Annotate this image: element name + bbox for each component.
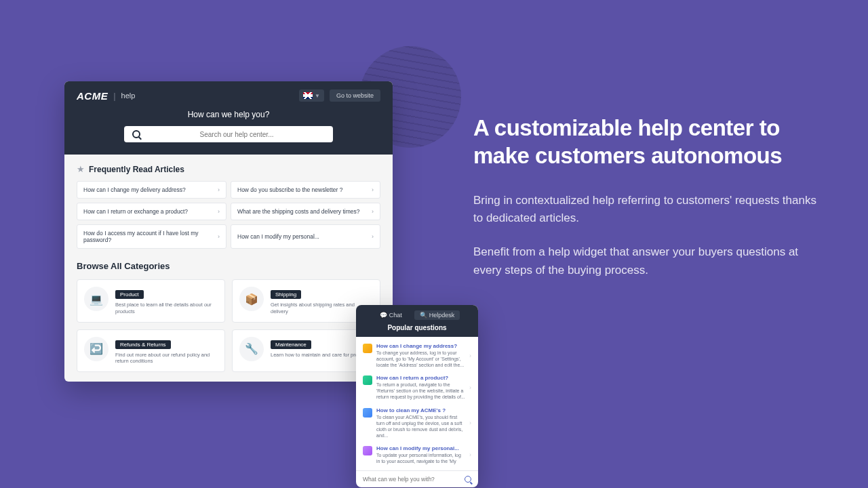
avatar — [363, 446, 372, 455]
faq-item[interactable]: How can I change my address?To change yo… — [356, 340, 478, 371]
article-link[interactable]: How can I change my delivery address?› — [77, 181, 226, 199]
helpcenter-window: ACME | help ▼ Go to website How can we h… — [64, 81, 393, 382]
brand-divider: | — [113, 91, 115, 101]
browse-categories-heading: Browse All Categories — [77, 261, 380, 271]
headline: A customizable help center to make custo… — [473, 114, 827, 170]
article-title: How do I access my account if I have los… — [83, 230, 218, 243]
go-to-website-button[interactable]: Go to website — [330, 89, 380, 102]
faq-answer: To clean your ACME's, you should first t… — [376, 414, 465, 439]
helpdesk-tab[interactable]: 🔍Helpdesk — [414, 310, 460, 320]
article-title: How can I change my delivery address? — [83, 186, 186, 193]
faq-question: How can I modify my personal... — [376, 445, 465, 451]
brand: ACME | help — [77, 90, 135, 102]
category-tag: Shipping — [271, 290, 301, 299]
widget-header: 💬Chat 🔍Helpdesk Popular questions — [356, 305, 478, 337]
help-widget: 💬Chat 🔍Helpdesk Popular questions How ca… — [356, 305, 478, 487]
widget-list: How can I change my address?To change yo… — [356, 337, 478, 470]
chevron-right-icon: › — [469, 384, 471, 391]
tab-label: Helpdesk — [429, 312, 455, 319]
faq-answer: To return a product, navigate to the 'Re… — [376, 382, 465, 400]
chat-icon: 💬 — [380, 312, 387, 319]
search-icon: 🔍 — [420, 312, 427, 319]
marketing-copy: A customizable help center to make custo… — [473, 114, 827, 296]
language-selector[interactable]: ▼ — [299, 89, 324, 102]
return-icon: ↩️ — [84, 337, 108, 361]
logo: ACME — [77, 90, 108, 102]
chevron-right-icon: › — [372, 186, 374, 193]
avatar — [363, 344, 372, 353]
widget-title: Popular questions — [363, 324, 471, 331]
paragraph: Benefit from a help widget that answer y… — [473, 243, 827, 279]
chevron-right-icon: › — [218, 208, 220, 215]
chevron-right-icon: › — [218, 233, 220, 240]
article-link[interactable]: How can I return or exchange a product?› — [77, 203, 226, 220]
help-label: help — [121, 92, 136, 100]
faq-answer: To change your address, log in to your a… — [376, 350, 465, 368]
faq-question: How to clean my ACME's ? — [376, 407, 465, 413]
search-icon — [132, 130, 140, 138]
faq-question: How can I return a product? — [376, 375, 465, 381]
tab-label: Chat — [389, 312, 402, 319]
widget-footer — [356, 470, 478, 487]
chat-tab[interactable]: 💬Chat — [374, 310, 408, 320]
chevron-right-icon: › — [372, 208, 374, 215]
helpcenter-header: ACME | help ▼ Go to website How can we h… — [64, 81, 393, 155]
faq-question: How can I change my address? — [376, 343, 465, 349]
search-input[interactable] — [149, 131, 325, 138]
avatar — [363, 375, 372, 385]
laptop-icon: 💻 — [84, 287, 108, 311]
category-tag: Product — [115, 290, 144, 299]
article-link[interactable]: How can I modify my personal...› — [231, 224, 380, 249]
chevron-right-icon: › — [372, 233, 374, 240]
faq-item[interactable]: How can I return a product?To return a p… — [356, 371, 478, 403]
avatar — [363, 408, 372, 418]
category-desc: Find out more about our refund policy an… — [115, 352, 218, 365]
category-desc: Best place to learn all the details abou… — [115, 302, 218, 315]
article-title: How do you subscribe to the newsletter ? — [237, 186, 342, 193]
chevron-right-icon: › — [469, 352, 471, 359]
page-title: How can we help you? — [77, 110, 380, 119]
category-card[interactable]: 💻 ProductBest place to learn all the det… — [77, 279, 225, 323]
search-bar[interactable] — [124, 126, 333, 142]
faq-item[interactable]: How to clean my ACME's ?To clean your AC… — [356, 404, 478, 442]
chevron-right-icon: › — [469, 420, 471, 426]
category-tag: Refunds & Returns — [115, 340, 171, 349]
uk-flag-icon — [303, 92, 313, 99]
article-link[interactable]: How do I access my account if I have los… — [77, 224, 226, 249]
category-tag: Maintenance — [271, 340, 311, 349]
freq-articles-heading: Frequently Read Articles — [89, 165, 184, 174]
faq-item[interactable]: How can I modify my personal...To update… — [356, 442, 478, 468]
article-link[interactable]: What are the shipping costs and delivery… — [231, 203, 380, 220]
search-icon[interactable] — [465, 476, 471, 483]
article-title: How can I modify my personal... — [237, 233, 319, 240]
chevron-down-icon: ▼ — [315, 93, 320, 99]
chevron-right-icon: › — [469, 451, 471, 458]
article-title: What are the shipping costs and delivery… — [237, 208, 359, 215]
paragraph: Bring in contextualized help referring t… — [473, 192, 827, 228]
chevron-right-icon: › — [218, 186, 220, 193]
article-title: How can I return or exchange a product? — [83, 208, 188, 215]
category-card[interactable]: ↩️ Refunds & ReturnsFind out more about … — [77, 329, 225, 373]
star-icon: ★ — [77, 164, 85, 174]
article-link[interactable]: How do you subscribe to the newsletter ?… — [231, 181, 380, 199]
box-icon: 📦 — [239, 287, 264, 311]
widget-search-input[interactable] — [363, 476, 465, 483]
faq-answer: To update your personal information, log… — [376, 452, 465, 464]
tools-icon: 🔧 — [239, 337, 264, 361]
